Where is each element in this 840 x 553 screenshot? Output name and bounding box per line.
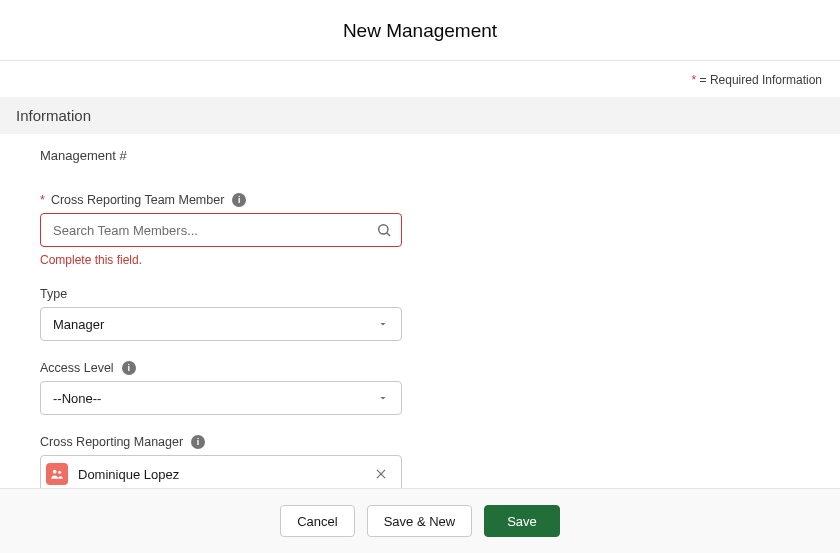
svg-line-1 <box>387 233 390 236</box>
save-and-new-button[interactable]: Save & New <box>367 505 473 537</box>
svg-point-3 <box>58 471 61 474</box>
cross-manager-value: Dominique Lopez <box>78 467 364 482</box>
modal-title: New Management <box>0 20 840 42</box>
info-icon[interactable]: i <box>191 435 205 449</box>
save-button[interactable]: Save <box>484 505 560 537</box>
info-icon[interactable]: i <box>232 193 246 207</box>
access-level-label-row: Access Level i <box>40 361 402 375</box>
clear-icon[interactable] <box>364 467 398 481</box>
cross-manager-label: Cross Reporting Manager <box>40 435 183 449</box>
type-label: Type <box>40 287 402 301</box>
access-level-select[interactable]: --None-- <box>40 381 402 415</box>
cross-member-input[interactable] <box>40 213 402 247</box>
info-icon[interactable]: i <box>122 361 136 375</box>
new-management-modal: New Management * = Required Information … <box>0 0 840 553</box>
required-legend: * = Required Information <box>0 61 840 97</box>
field-access-level: Access Level i --None-- <box>40 361 402 415</box>
management-number-label: Management # <box>40 148 800 163</box>
access-level-label: Access Level <box>40 361 114 375</box>
search-icon[interactable] <box>376 222 392 238</box>
svg-point-2 <box>53 470 57 474</box>
chevron-down-icon <box>377 318 389 330</box>
cross-member-label: Cross Reporting Team Member <box>51 193 224 207</box>
cross-member-label-row: *Cross Reporting Team Member i <box>40 193 402 207</box>
cross-manager-label-row: Cross Reporting Manager i <box>40 435 402 449</box>
svg-point-0 <box>379 225 388 234</box>
access-level-value: --None-- <box>53 391 101 406</box>
type-value: Manager <box>53 317 104 332</box>
section-header-information: Information <box>0 97 840 134</box>
type-select[interactable]: Manager <box>40 307 402 341</box>
cross-member-lookup <box>40 213 402 247</box>
section-body: Management # *Cross Reporting Team Membe… <box>0 134 840 488</box>
required-asterisk: * <box>40 193 45 207</box>
user-group-icon <box>46 463 68 485</box>
field-cross-reporting-manager: Cross Reporting Manager i Dominique Lope… <box>40 435 402 488</box>
modal-body: * = Required Information Information Man… <box>0 61 840 488</box>
cross-manager-lookup[interactable]: Dominique Lopez <box>40 455 402 488</box>
modal-footer: Cancel Save & New Save <box>0 488 840 553</box>
cross-member-error: Complete this field. <box>40 253 402 267</box>
required-legend-text: = Required Information <box>696 73 822 87</box>
field-cross-reporting-team-member: *Cross Reporting Team Member i Complete … <box>40 193 402 267</box>
modal-header: New Management <box>0 0 840 61</box>
cancel-button[interactable]: Cancel <box>280 505 354 537</box>
chevron-down-icon <box>377 392 389 404</box>
field-type: Type Manager <box>40 287 402 341</box>
